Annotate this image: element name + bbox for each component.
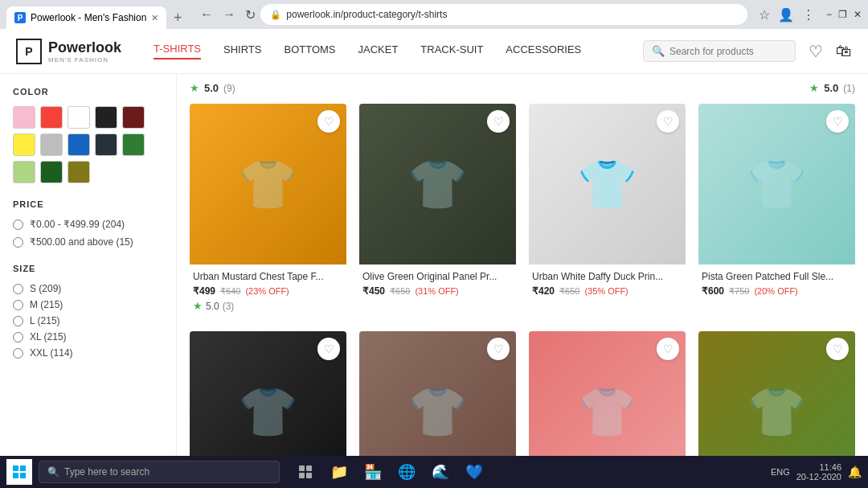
taskbar-vscode[interactable]: 💙 (461, 459, 487, 485)
restore-button[interactable]: ❐ (838, 9, 847, 20)
site-wrapper: P Powerlook MEN'S FASHION T-SHIRTS SHIRT… (0, 29, 868, 488)
size-radio-xl[interactable] (13, 332, 23, 342)
product-card-4[interactable]: 👕 ♡ Pista Green Patched Full Sle... ₹600… (698, 104, 855, 318)
taskbar-clock: 11:46 20-12-2020 (796, 462, 841, 482)
size-s-label: S (209) (30, 283, 61, 294)
product-img-3: 👕 ♡ (529, 104, 686, 265)
browser-controls: ← → ↻ (200, 7, 256, 23)
start-button[interactable] (6, 459, 32, 485)
size-l-label: L (215) (30, 315, 60, 326)
wishlist-btn-2[interactable]: ♡ (487, 110, 510, 133)
forward-button[interactable]: → (223, 7, 235, 22)
site-logo[interactable]: P Powerlook MEN'S FASHION (16, 39, 121, 64)
color-darkgreen[interactable] (40, 161, 63, 183)
color-olive[interactable] (68, 161, 90, 183)
color-lightgreen[interactable] (13, 161, 35, 183)
product-card-3[interactable]: 👕 ♡ Urban White Daffy Duck Prin... ₹420 … (529, 104, 686, 318)
nav-bottoms[interactable]: BOTTOMS (284, 43, 335, 59)
rating-value-top: 5.0 (204, 82, 219, 94)
product-info-3: Urban White Daffy Duck Prin... ₹420 ₹650… (529, 265, 686, 303)
price-radio-1[interactable] (13, 219, 23, 230)
price-option-1[interactable]: ₹0.00 - ₹499.99 (204) (13, 219, 163, 230)
taskbar-chrome[interactable]: 🌐 (394, 459, 420, 485)
size-xxl[interactable]: XXL (114) (13, 347, 163, 359)
close-button[interactable]: ✕ (854, 9, 862, 20)
price-option-2[interactable]: ₹500.00 and above (15) (13, 236, 163, 248)
size-radio-s[interactable] (13, 284, 23, 294)
main-nav: T-SHIRTS SHIRTS BOTTOMS JACKET TRACK-SUI… (154, 43, 643, 59)
price-radio-2[interactable] (13, 237, 23, 248)
nav-accessories[interactable]: ACCESSORIES (506, 43, 581, 59)
star-icon-top: ★ (190, 82, 199, 94)
color-green[interactable] (122, 133, 145, 156)
active-tab[interactable]: P Powerlook - Men's Fashion ✕ (6, 6, 166, 29)
taskbar-search-text: Type here to search (64, 466, 149, 478)
product-card-1[interactable]: 👕 ♡ Urban Mustard Chest Tape F... ₹499 ₹… (190, 104, 346, 318)
size-s[interactable]: S (209) (13, 283, 163, 294)
wishlist-btn-7[interactable]: ♡ (657, 338, 679, 360)
size-radio-m[interactable] (13, 300, 23, 310)
nav-shirts[interactable]: SHIRTS (223, 43, 261, 59)
nav-tracksuit[interactable]: TRACK-SUIT (420, 43, 483, 59)
size-radio-l[interactable] (13, 316, 23, 326)
bookmark-icon[interactable]: ☆ (759, 7, 770, 23)
product-name-2: Olive Green Original Panel Pr... (362, 271, 513, 282)
new-tab-button[interactable]: + (166, 6, 189, 29)
taskbar-task-view[interactable] (293, 459, 318, 485)
taskbar-file-explorer[interactable]: 📁 (326, 459, 352, 485)
content-wrapper: COLOR PRI (0, 74, 868, 488)
color-navy[interactable] (95, 133, 117, 156)
wishlist-btn-4[interactable]: ♡ (826, 110, 849, 133)
color-pink[interactable] (13, 106, 35, 129)
size-l[interactable]: L (215) (13, 315, 163, 326)
notification-icon[interactable]: 🔔 (848, 465, 862, 478)
back-button[interactable]: ← (200, 7, 213, 22)
color-blue[interactable] (68, 133, 90, 156)
extensions-icon[interactable]: ⋮ (802, 7, 815, 23)
wishlist-btn-3[interactable]: ♡ (657, 110, 679, 133)
header-search[interactable]: 🔍 (643, 40, 796, 62)
wishlist-btn-6[interactable]: ♡ (487, 338, 510, 360)
product-name-3: Urban White Daffy Duck Prin... (532, 271, 682, 282)
color-white[interactable] (68, 106, 90, 129)
color-yellow[interactable] (13, 133, 35, 156)
product-info-2: Olive Green Original Panel Pr... ₹450 ₹6… (359, 265, 516, 303)
product-card-2[interactable]: 👕 ♡ Olive Green Original Panel Pr... ₹45… (359, 104, 516, 318)
search-input[interactable] (669, 46, 782, 57)
color-black[interactable] (95, 106, 117, 129)
tab-close-button[interactable]: ✕ (151, 13, 158, 23)
lock-icon: 🔒 (270, 10, 281, 20)
product-rating-val-1: 5.0 (206, 301, 219, 312)
taskbar-search-bar[interactable]: 🔍 Type here to search (39, 461, 280, 483)
product-price-2: ₹450 (362, 285, 385, 297)
address-bar[interactable]: 🔒 powerlook.in/product-category/t-shirts (260, 4, 747, 25)
profile-icon[interactable]: 👤 (778, 7, 794, 23)
color-lightgray[interactable] (40, 133, 63, 156)
svg-rect-5 (306, 465, 312, 471)
size-m[interactable]: M (215) (13, 299, 163, 310)
size-m-label: M (215) (30, 299, 63, 310)
taskbar-store[interactable]: 🏪 (360, 459, 386, 485)
svg-rect-0 (13, 465, 18, 471)
size-radio-xxl[interactable] (13, 348, 23, 359)
cart-icon[interactable]: 🛍 (836, 42, 852, 60)
nav-jacket[interactable]: JACKET (358, 43, 399, 59)
wishlist-btn-1[interactable]: ♡ (317, 110, 340, 133)
size-xl[interactable]: XL (215) (13, 331, 163, 342)
color-maroon[interactable] (122, 106, 145, 129)
refresh-button[interactable]: ↻ (245, 7, 256, 23)
browser-actions: ☆ 👤 ⋮ (759, 7, 815, 23)
url-text: powerlook.in/product-category/t-shirts (286, 9, 447, 20)
minimize-button[interactable]: − (826, 9, 832, 20)
taskbar-edge[interactable]: 🌊 (428, 459, 453, 485)
product-name-1: Urban Mustard Chest Tape F... (193, 271, 343, 282)
main-content: ★ 5.0 (9) ★ 5.0 (1) 👕 ♡ (177, 74, 868, 488)
color-red[interactable] (40, 106, 63, 129)
product-star-1: ★ (193, 300, 203, 312)
wishlist-btn-5[interactable]: ♡ (317, 338, 340, 360)
wishlist-btn-8[interactable]: ♡ (826, 338, 849, 360)
wishlist-icon[interactable]: ♡ (809, 42, 823, 61)
product-pricing-2: ₹450 ₹650 (31% OFF) (362, 285, 513, 297)
product-info-1: Urban Mustard Chest Tape F... ₹499 ₹640 … (190, 265, 346, 318)
nav-tshirts[interactable]: T-SHIRTS (154, 43, 201, 59)
